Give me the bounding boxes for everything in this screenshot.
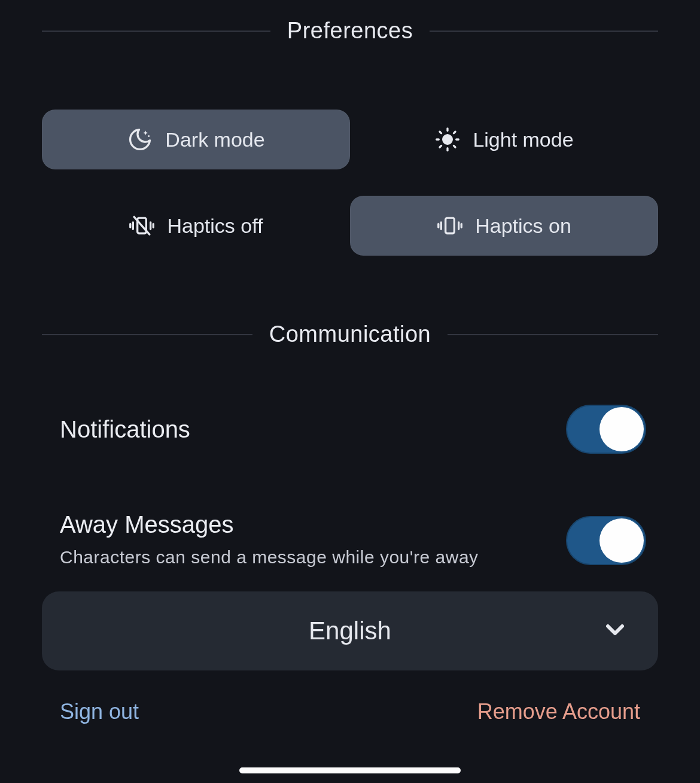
svg-point-1 (443, 135, 452, 144)
svg-line-4 (440, 132, 442, 133)
remove-account-link[interactable]: Remove Account (477, 699, 640, 724)
haptics-on-label: Haptics on (475, 214, 571, 238)
divider (42, 31, 270, 32)
section-header-communication: Communication (42, 321, 658, 347)
section-title-communication: Communication (269, 321, 431, 347)
away-messages-label: Away Messages (60, 511, 479, 538)
haptics-toggle-group: Haptics off Haptics on (42, 196, 658, 256)
switch-knob (599, 407, 644, 451)
vibrate-on-icon (437, 213, 463, 239)
svg-line-15 (135, 217, 150, 234)
section-header-preferences: Preferences (42, 18, 658, 44)
sign-out-link[interactable]: Sign out (60, 699, 139, 724)
switch-knob (599, 518, 644, 563)
account-actions: Sign out Remove Account (42, 699, 658, 724)
divider (430, 31, 658, 32)
home-indicator[interactable] (239, 767, 461, 773)
vibrate-off-icon (129, 213, 155, 239)
haptics-on-option[interactable]: Haptics on (350, 196, 658, 256)
svg-line-9 (454, 132, 456, 133)
dark-mode-option[interactable]: Dark mode (42, 110, 350, 169)
theme-toggle-group: Dark mode Light mode (42, 110, 658, 169)
away-messages-switch[interactable] (566, 516, 646, 565)
svg-line-8 (440, 145, 442, 147)
light-mode-option[interactable]: Light mode (350, 110, 658, 169)
section-title-preferences: Preferences (287, 18, 413, 44)
away-messages-row: Away Messages Characters can send a mess… (42, 511, 658, 570)
divider (448, 334, 658, 335)
sun-icon (434, 126, 461, 153)
notifications-switch[interactable] (566, 405, 646, 454)
svg-point-0 (148, 135, 150, 137)
haptics-off-label: Haptics off (167, 214, 263, 238)
svg-line-5 (454, 145, 456, 147)
moon-icon (127, 126, 153, 153)
notifications-label: Notifications (60, 416, 190, 443)
light-mode-label: Light mode (473, 128, 573, 151)
divider (42, 334, 252, 335)
notifications-row: Notifications (42, 405, 658, 454)
language-selected: English (309, 617, 391, 645)
svg-rect-16 (446, 218, 455, 233)
haptics-off-option[interactable]: Haptics off (42, 196, 350, 256)
chevron-down-icon (601, 615, 629, 647)
away-messages-description: Characters can send a message while you'… (60, 545, 479, 570)
dark-mode-label: Dark mode (165, 128, 264, 151)
language-dropdown[interactable]: English (42, 591, 658, 670)
